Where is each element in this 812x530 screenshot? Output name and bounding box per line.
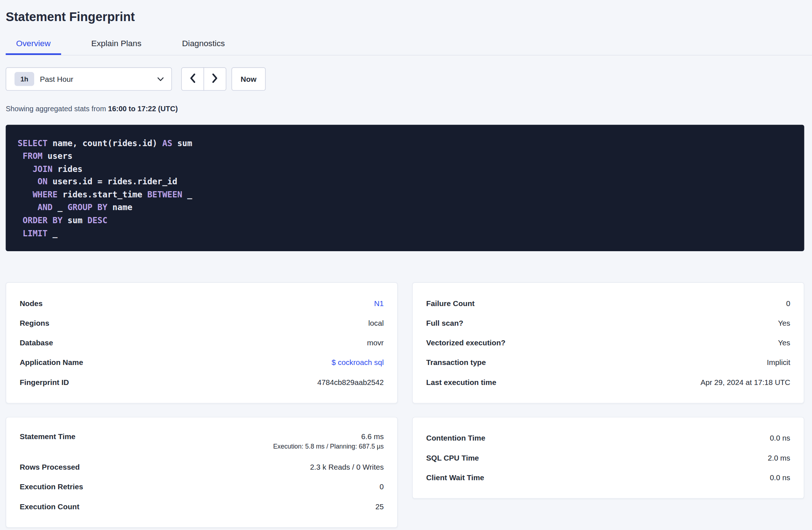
stat-label: Database xyxy=(20,339,53,347)
time-prev-button[interactable] xyxy=(181,67,204,91)
stat-row: Failure Count 0 xyxy=(426,294,791,313)
time-range-label: Past Hour xyxy=(40,75,73,83)
stat-label: Rows Processed xyxy=(20,463,80,471)
statement-time-values: 6.6 ms Execution: 5.8 ms / Planning: 687… xyxy=(273,433,383,451)
execution-attributes-card: Failure Count 0 Full scan? Yes Vectorize… xyxy=(412,282,804,403)
page-title: Statement Fingerprint xyxy=(6,0,804,25)
stat-label: Execution Retries xyxy=(20,483,83,491)
stat-label: Application Name xyxy=(20,358,83,367)
stat-value: 25 xyxy=(375,503,384,511)
stat-value: 0.0 ns xyxy=(770,434,790,442)
stat-label: Contention Time xyxy=(426,434,486,442)
statement-fingerprint-page: Statement Fingerprint Overview Explain P… xyxy=(0,0,812,530)
chevron-down-icon xyxy=(157,77,164,81)
stat-row: Transaction type Implicit xyxy=(426,353,791,373)
sql-line: AND _ GROUP BY name xyxy=(17,201,794,214)
time-controls: 1h Past Hour Now xyxy=(6,67,804,91)
wait-times-card: Contention Time 0.0 ns SQL CPU Time 2.0 … xyxy=(412,417,804,499)
stat-value: Yes xyxy=(778,339,790,347)
stat-row: Last execution time Apr 29, 2024 at 17:1… xyxy=(426,373,791,392)
last-execution-time-value: Apr 29, 2024 at 17:18 UTC xyxy=(700,378,790,387)
stat-value: Implicit xyxy=(767,358,790,367)
stat-label: Nodes xyxy=(20,300,43,308)
stat-label: Client Wait Time xyxy=(426,474,485,482)
app-name-link[interactable]: $ cockroach sql xyxy=(331,358,384,367)
stat-row: Nodes N1 xyxy=(20,294,384,313)
stat-value: 0.0 ns xyxy=(770,474,790,482)
fingerprint-id-value: 4784cb829aab2542 xyxy=(317,378,384,387)
stat-label: Transaction type xyxy=(426,358,486,367)
stat-row: Regions local xyxy=(20,314,384,333)
sql-line: ON users.id = rides.rider_id xyxy=(17,176,794,189)
tab-diagnostics[interactable]: Diagnostics xyxy=(172,38,235,55)
time-range-dropdown[interactable]: 1h Past Hour xyxy=(6,67,172,91)
statement-time-value: 6.6 ms xyxy=(273,433,383,441)
stat-value: 0 xyxy=(379,483,384,491)
sql-line: ORDER BY sum DESC xyxy=(17,214,794,227)
stat-label: SQL CPU Time xyxy=(426,454,479,462)
stats-cards-grid: Nodes N1 Regions local Database movr App… xyxy=(6,282,804,528)
stat-row: Database movr xyxy=(20,333,384,353)
stat-row: Contention Time 0.0 ns xyxy=(426,429,791,448)
tab-overview[interactable]: Overview xyxy=(6,38,61,55)
stat-row: Full scan? Yes xyxy=(426,314,791,333)
sql-line: FROM users xyxy=(17,150,794,163)
stat-value: 2.0 ms xyxy=(768,454,790,462)
aggregation-note: Showing aggregated stats from 16:00 to 1… xyxy=(6,104,804,114)
stat-row: Rows Processed 2.3 k Reads / 0 Writes xyxy=(20,458,384,477)
sql-line: LIMIT _ xyxy=(17,227,794,240)
stat-row: Vectorized execution? Yes xyxy=(426,333,791,353)
stat-row: Fingerprint ID 4784cb829aab2542 xyxy=(20,373,384,392)
stat-label: Statement Time xyxy=(20,433,75,441)
aggregation-note-range: 16:00 to 17:22 (UTC) xyxy=(108,105,178,113)
stat-label: Execution Count xyxy=(20,503,79,511)
time-next-button[interactable] xyxy=(204,67,226,91)
sql-statement-box: SELECT name, count(rides.id) AS sum FROM… xyxy=(6,125,804,251)
tab-bar: Overview Explain Plans Diagnostics xyxy=(6,38,812,55)
sql-line: JOIN rides xyxy=(17,163,794,176)
stat-label: Regions xyxy=(20,319,49,328)
sql-line: WHERE rides.start_time BETWEEN _ xyxy=(17,189,794,201)
stat-label: Failure Count xyxy=(426,300,475,308)
stat-row: Application Name $ cockroach sql xyxy=(20,353,384,373)
chevron-right-icon xyxy=(211,73,218,85)
stat-row-statement-time: Statement Time 6.6 ms Execution: 5.8 ms … xyxy=(20,429,384,458)
now-button[interactable]: Now xyxy=(232,67,266,91)
stat-value: 2.3 k Reads / 0 Writes xyxy=(310,463,384,471)
stat-label: Full scan? xyxy=(426,319,463,328)
stat-row: Execution Retries 0 xyxy=(20,477,384,497)
stat-value: Yes xyxy=(778,319,790,328)
time-range-badge: 1h xyxy=(15,72,34,86)
node-link[interactable]: N1 xyxy=(374,300,383,308)
stat-label: Last execution time xyxy=(426,378,497,387)
statement-details-card: Nodes N1 Regions local Database movr App… xyxy=(6,282,398,403)
stat-label: Fingerprint ID xyxy=(20,378,69,387)
time-step-buttons xyxy=(181,67,226,91)
tab-explain-plans[interactable]: Explain Plans xyxy=(81,38,152,55)
stat-value: movr xyxy=(367,339,384,347)
aggregation-note-prefix: Showing aggregated stats from xyxy=(6,105,108,113)
stat-row: SQL CPU Time 2.0 ms xyxy=(426,448,791,468)
stat-label: Vectorized execution? xyxy=(426,339,506,347)
stat-row: Client Wait Time 0.0 ns xyxy=(426,468,791,487)
execution-stats-card: Statement Time 6.6 ms Execution: 5.8 ms … xyxy=(6,417,398,528)
stat-row: Execution Count 25 xyxy=(20,497,384,517)
sql-line: SELECT name, count(rides.id) AS sum xyxy=(17,137,794,150)
statement-time-breakdown: Execution: 5.8 ms / Planning: 687.5 µs xyxy=(273,442,383,451)
stat-value: local xyxy=(368,319,383,328)
stat-value: 0 xyxy=(786,300,791,308)
chevron-left-icon xyxy=(189,73,196,85)
